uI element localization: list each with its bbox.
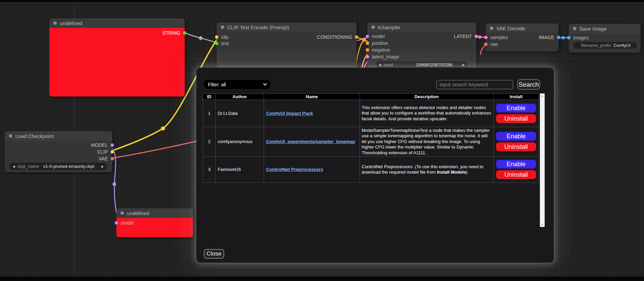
extension-link[interactable]: ComfyUI Impact Pack [266, 111, 313, 116]
node-collapse-dot[interactable] [120, 211, 124, 215]
input-slot-positive[interactable] [366, 41, 369, 45]
table-row: 1 Dr.Lt.Data ComfyUI Impact Pack This ex… [203, 100, 539, 127]
reroute-dot [199, 36, 203, 40]
decrement-arrow-icon[interactable]: ◀ [379, 63, 381, 67]
node-title: undefined [127, 210, 149, 216]
search-button[interactable]: Search [517, 79, 540, 90]
node-clip-text-encode[interactable]: CLIP Text Encode (Prompt) clip text COND… [217, 22, 357, 70]
input-slot-images[interactable] [567, 36, 571, 39]
increment-arrow-icon[interactable]: ▶ [462, 63, 465, 67]
node-title: Save Image [579, 26, 607, 32]
node-title: undefined [60, 20, 82, 26]
node-collapse-dot[interactable] [490, 27, 493, 30]
node-collapse-dot[interactable] [371, 25, 375, 29]
seed-widget[interactable]: ◀ seed 156680208700286 ▶ [376, 62, 468, 68]
widget-value: 156680208700286 [416, 62, 452, 67]
input-slot-negative[interactable] [366, 48, 369, 52]
enable-button[interactable]: Enable [496, 132, 536, 141]
output-label: IMAGE [539, 35, 554, 40]
uninstall-button[interactable]: Uninstall [496, 114, 536, 123]
node-title: Load Checkpoint [15, 133, 54, 139]
node-title: VAE Decode [496, 25, 525, 31]
node-undefined-string[interactable]: undefined STRING [49, 18, 185, 96]
table-row: 2 comfyanonymous ComfyUI_experiments/sam… [203, 127, 539, 157]
cell-description: ControlNet Preprocessors. (To use this e… [360, 156, 494, 182]
ckpt-name-widget[interactable]: ◀ ckpt_name v1-5-pruned-emaonly.ckpt ▶ [10, 163, 107, 170]
cell-author: comfyanonymous [216, 127, 264, 157]
cell-id: 3 [203, 156, 216, 182]
output-slot-vae[interactable] [111, 157, 114, 160]
header-description: Description [360, 94, 494, 100]
input-label: text [221, 41, 229, 46]
enable-button[interactable]: Enable [496, 104, 536, 112]
input-label: model [121, 220, 134, 226]
output-slot-model[interactable] [111, 143, 114, 147]
extension-link[interactable]: ComfyUI_experiments/sampler_tonemap [266, 139, 355, 144]
node-collapse-dot[interactable] [9, 134, 12, 138]
top-edge [0, 0, 644, 2]
scroll-up-icon[interactable]: ▲ [540, 94, 545, 98]
node-collapse-dot[interactable] [573, 27, 576, 30]
filename-prefix-widget[interactable]: filename_prefix ComfyUI [573, 42, 637, 49]
header-id: ID [203, 94, 216, 100]
node-load-checkpoint[interactable]: Load Checkpoint MODEL CLIP VAE ◀ ckpt_na… [5, 131, 112, 172]
increment-arrow-icon[interactable]: ▶ [101, 165, 104, 168]
widget-value: ComfyUI [613, 43, 631, 48]
reroute-dot [113, 182, 116, 186]
output-slot-clip[interactable] [111, 150, 114, 154]
output-slot-image[interactable] [557, 36, 560, 39]
widget-label: ckpt_name [17, 164, 41, 169]
node-save-image[interactable]: Save Image images filename_prefix ComfyU… [569, 24, 641, 53]
node-vae-decode[interactable]: VAE Decode samples vae IMAGE [486, 23, 559, 51]
search-input[interactable] [436, 80, 513, 89]
header-name: Name [264, 94, 360, 100]
cell-id: 2 [203, 127, 216, 157]
table-header-row: ID Author Name Description Install [203, 94, 539, 100]
input-label: vae [490, 41, 498, 47]
output-label: VAE [99, 156, 108, 161]
table-scrollbar[interactable]: ▲ ▼ [540, 93, 545, 227]
input-slot-model[interactable] [115, 221, 118, 225]
header-author: Author [216, 94, 264, 100]
node-ksampler[interactable]: KSampler model positive negative latent_… [367, 22, 476, 73]
extension-link[interactable]: ControlNet Preprocessors [266, 167, 323, 172]
input-slot-text[interactable] [215, 42, 218, 45]
output-slot-conditioning[interactable] [355, 35, 358, 39]
decrement-arrow-icon[interactable]: ◀ [13, 165, 15, 168]
widget-label: seed [383, 62, 413, 67]
reroute-dot [561, 36, 565, 39]
reroute-dot [478, 35, 481, 39]
scroll-down-icon[interactable]: ▼ [540, 223, 545, 226]
cell-description: ModelSamplerTonemapNoiseTest a node that… [360, 127, 494, 157]
node-collapse-dot[interactable] [221, 25, 224, 29]
reroute-dot [161, 126, 165, 130]
input-label: images [573, 35, 589, 40]
input-label: positive [372, 40, 388, 46]
widget-label: filename_prefix [581, 43, 611, 48]
reroute-dot [362, 38, 366, 42]
node-title: KSampler [378, 24, 400, 30]
uninstall-button[interactable]: Uninstall [496, 142, 536, 151]
output-label: MODEL [91, 142, 108, 148]
filter-select[interactable]: Filter: all [204, 80, 271, 89]
input-label: latent_image [372, 54, 399, 59]
widget-value: v1-5-pruned-emaonly.ckpt [43, 164, 94, 169]
input-slot-latent-image[interactable] [366, 55, 369, 58]
output-label: STRING [162, 30, 180, 36]
uninstall-button[interactable]: Uninstall [496, 170, 536, 179]
output-label: CONDITIONING [317, 34, 352, 40]
cell-description: This extension offers various detector n… [360, 100, 494, 127]
filter-select-control[interactable]: Filter: all [204, 80, 271, 89]
enable-button[interactable]: Enable [496, 160, 536, 169]
output-slot-string[interactable] [183, 31, 186, 35]
node-collapse-dot[interactable] [53, 21, 57, 25]
input-label: negative [372, 47, 390, 53]
bottom-edge [0, 277, 644, 281]
header-install: Install [494, 94, 539, 100]
close-button[interactable]: Close [204, 249, 224, 259]
cell-author: Dr.Lt.Data [216, 100, 264, 127]
node-title: CLIP Text Encode (Prompt) [227, 24, 289, 30]
output-slot-latent[interactable] [475, 35, 478, 38]
input-slot-vae[interactable] [484, 42, 488, 46]
node-undefined-model[interactable]: undefined model [116, 208, 193, 237]
